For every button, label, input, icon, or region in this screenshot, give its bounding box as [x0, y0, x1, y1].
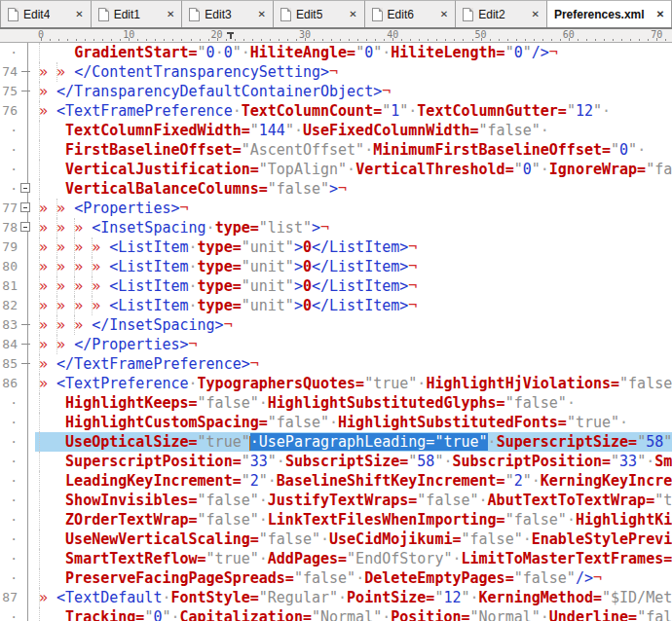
code-line[interactable]: » » » <InsetSpacing·type="list">¬	[39, 218, 672, 237]
line-number: ·	[0, 607, 18, 621]
fold-collapse-box[interactable]	[20, 183, 30, 193]
code-line[interactable]: FirstBaselineOffset="AscentOffset"·Minim…	[39, 140, 672, 160]
tab-close-icon[interactable]: ✕	[167, 10, 174, 19]
string-value: "true"	[364, 375, 417, 392]
line-number: ·	[0, 491, 18, 510]
wrap-indent	[39, 453, 65, 470]
numeric-value: 12	[443, 589, 461, 606]
tab-close-icon[interactable]: ✕	[349, 10, 356, 19]
ruler-tick	[357, 39, 358, 41]
code-line[interactable]: » </TransparencyDefaultContainerObject>¬	[39, 82, 672, 101]
ruler-tick	[314, 39, 315, 41]
space-whitespace-mark: ·	[259, 492, 268, 509]
attribute-name: MinimumFirstBaselineOffset=	[373, 141, 611, 159]
tab-edit2[interactable]: Edit2✕	[456, 0, 547, 27]
tab-close-icon[interactable]: ✕	[532, 10, 540, 19]
code-line[interactable]: » » » » <ListItem·type="unit">0</ListIte…	[39, 296, 672, 315]
tab-whitespace-mark: »	[39, 277, 56, 295]
code-line[interactable]: » » <Properties>¬	[39, 199, 672, 218]
code-line[interactable]: GradientStart="0·0"·HiliteAngle="0"·Hili…	[39, 43, 672, 62]
code-line[interactable]: » » » » <ListItem·type="unit">0</ListIte…	[39, 276, 672, 296]
minus-icon	[23, 227, 27, 228]
wrap-indent	[39, 414, 65, 431]
tab-edit5[interactable]: Edit5✕	[274, 0, 365, 27]
code-line[interactable]: » » </Properties>¬	[39, 335, 672, 354]
code-line[interactable]: » » » </InsetSpacing>¬	[39, 315, 672, 335]
ruler-tick	[428, 39, 429, 41]
tab-close-icon[interactable]: ✕	[258, 10, 266, 19]
code-line[interactable]: Tracking="0"·Capitalization="Normal"·Pos…	[39, 607, 672, 621]
space-whitespace-mark: ·	[646, 453, 654, 470]
string-value: "false"	[514, 569, 576, 587]
wrap-indent	[39, 433, 65, 451]
code-line[interactable]: TextColumnFixedWidth="144"·UseFixedColum…	[39, 121, 672, 140]
code-line[interactable]: HighlightKeeps="false"·HighlightSubstitu…	[39, 393, 672, 413]
tab-edit3[interactable]: Edit3✕	[182, 0, 274, 27]
code-line[interactable]: » » </ContentTransparencySetting>¬	[39, 62, 672, 82]
attribute-name: UseFixedColumnWidth=	[303, 122, 479, 139]
line-end-mark: ¬	[329, 63, 338, 81]
tab-edit4[interactable]: Edit4✕	[0, 0, 92, 27]
editor-row: 77» » <Properties>¬	[0, 199, 672, 218]
wrap-indent	[39, 550, 65, 567]
code-line[interactable]: » <TextDefault·FontStyle="Regular"·Point…	[39, 588, 672, 607]
numeric-value: 0	[224, 44, 233, 61]
attribute-name: HighlightKin	[576, 511, 672, 529]
code-line[interactable]: LeadingKeyIncrement="2"·BaselineShiftKey…	[39, 471, 672, 491]
code-line[interactable]: » <TextPreference·TypographersQuotes="tr…	[39, 374, 672, 393]
code-line[interactable]: HighlightCustomSpacing="false"·Highlight…	[39, 413, 672, 432]
xml-tag: </ListItem>	[312, 277, 408, 295]
code-line[interactable]: » » » » <ListItem·type="unit">0</ListIte…	[39, 257, 672, 276]
code-line[interactable]: UseNewVerticalScaling="false"·UseCidMoji…	[39, 530, 672, 549]
fold-margin	[18, 607, 39, 621]
attribute-name: SuperscriptPosition=	[65, 453, 242, 470]
tab-close-icon[interactable]: ✕	[656, 10, 664, 19]
tab-close-icon[interactable]: ✕	[75, 10, 83, 19]
line-number: ·	[0, 393, 18, 413]
tab-whitespace-mark: »	[56, 238, 74, 256]
code-line[interactable]: VerticalBalanceColumns="false">¬	[39, 179, 672, 199]
string-value: "	[250, 122, 259, 139]
space-whitespace-mark: ·	[408, 102, 417, 120]
tab-close-icon[interactable]: ✕	[440, 10, 448, 19]
code-line[interactable]: » <TextFramePreference·TextColumnCount="…	[39, 101, 672, 121]
document-icon	[280, 8, 291, 21]
string-value: "	[663, 433, 672, 451]
line-number: 81	[0, 276, 18, 296]
editor-row: · HighlightKeeps="false"·HighlightSubsti…	[0, 393, 672, 413]
code-line[interactable]: » </TextFramePreference>¬	[39, 354, 672, 374]
line-number: ·	[0, 510, 18, 530]
space-whitespace-mark: ·	[619, 414, 628, 431]
tab-edit6[interactable]: Edit6✕	[365, 0, 457, 27]
line-number: ·	[0, 160, 18, 179]
tab-edit1[interactable]: Edit1✕	[92, 0, 183, 27]
code-line[interactable]: ShowInvisibles="false"·JustifyTextWraps=…	[39, 491, 672, 510]
attribute-name: DeleteEmptyPages=	[364, 569, 514, 587]
string-value: "true"	[567, 414, 619, 431]
fold-margin	[18, 315, 39, 335]
code-line[interactable]: VerticalJustification="TopAlign"·Vertica…	[39, 160, 672, 179]
ruler-tick	[445, 39, 446, 41]
code-line[interactable]: PreserveFacingPageSpreads="false"·Delete…	[39, 568, 672, 588]
tab-whitespace-mark: »	[39, 355, 56, 373]
fold-end-tick	[21, 344, 30, 345]
ruler-tick	[137, 39, 138, 41]
fold-collapse-box[interactable]	[20, 222, 30, 232]
line-end-mark: ¬	[408, 277, 417, 295]
numeric-value: 33	[619, 453, 637, 470]
fold-margin	[18, 335, 39, 354]
code-line[interactable]: » » » » <ListItem·type="unit">0</ListIte…	[39, 237, 672, 257]
code-line[interactable]: SmartTextReflow="true"·AddPages="EndOfSt…	[39, 549, 672, 568]
fold-collapse-box[interactable]	[20, 202, 30, 212]
attribute-name: UseOpticalSize=	[65, 433, 197, 451]
editor-row: 85» </TextFramePreference>¬	[0, 354, 672, 374]
code-line[interactable]: SuperscriptPosition="33"·SubscriptSize="…	[39, 452, 672, 471]
attribute-name: LeadingKeyIncrement=	[65, 472, 242, 490]
ruler-tick	[472, 39, 473, 41]
code-line[interactable]: UseOpticalSize="true"·UseParagraphLeadin…	[39, 432, 672, 452]
code-line[interactable]: ZOrderTextWrap="false"·LinkTextFilesWhen…	[39, 510, 672, 530]
tab-preferences-xml[interactable]: Preferences.xml✕	[547, 0, 672, 27]
ruler-tick	[639, 39, 640, 41]
editor-content[interactable]: · GradientStart="0·0"·HiliteAngle="0"·Hi…	[0, 43, 672, 621]
ruler-tick	[296, 39, 297, 41]
